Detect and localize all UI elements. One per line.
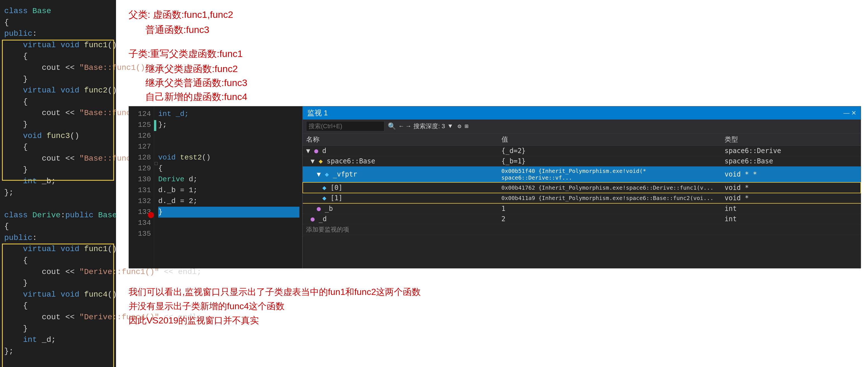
col-name: 名称	[303, 133, 498, 146]
col-type: 类型	[721, 133, 861, 146]
add-watch-row[interactable]: 添加要监视的项	[303, 224, 861, 235]
row-name: ◆ [0]	[303, 182, 498, 193]
table-row: ▼ ● d {_d=2} space6::Derive	[303, 146, 861, 156]
description-line3: 因此VS2019的监视窗口并不真实	[129, 313, 421, 328]
row-value: 0x00b411a9 {Inherit_Polymorphism.exe!spa…	[498, 193, 721, 204]
table-row: ▼ ◆ space6::Base {_b=1} space6::Base	[303, 156, 861, 166]
child-class-line2: 继承父类普通函数:func3	[129, 76, 330, 89]
editor-code-content: int _d; }; void test2() { Derive d; d._b…	[155, 106, 302, 268]
row-type: int	[721, 203, 861, 214]
col-value: 值	[498, 133, 721, 146]
annotations-panel: 父类: 虚函数:func1,func2 普通函数:func3 子类:重写父类虚函…	[129, 8, 330, 104]
row-name: ● _b	[303, 203, 498, 214]
row-name: ▼ ● d	[303, 146, 498, 156]
forward-icon[interactable]: →	[406, 123, 410, 130]
debug-title: 监视 1	[307, 108, 328, 118]
row-type: void *	[721, 193, 861, 204]
row-type: void * *	[721, 166, 861, 183]
row-value: 0x00b41762 {Inherit_Polymorphism.exe!spa…	[498, 182, 721, 193]
description-panel: 我们可以看出,监视窗口只显示出了子类虚表当中的fun1和func2这两个函数 并…	[129, 285, 421, 328]
row-name: ▼ ◆ _vfptr	[303, 166, 498, 183]
table-row: ◆ [0] 0x00b41762 {Inherit_Polymorphism.e…	[303, 182, 861, 193]
table-header: 名称 值 类型	[303, 133, 861, 146]
left-code-panel: class Base { public: virtual void func1(…	[0, 0, 116, 367]
row-type: void *	[721, 182, 861, 193]
row-value: 0x00b51f40 {Inherit_Polymorphism.exe!voi…	[498, 166, 721, 183]
settings-icon[interactable]: ⚙	[458, 123, 461, 130]
description-line2: 并没有显示出子类新增的func4这个函数	[129, 299, 421, 313]
debug-watch-table: 名称 值 类型 ▼ ● d {_d=2} space6::Derive	[303, 133, 861, 235]
row-name: ◆ [1]	[303, 193, 498, 204]
row-value: {_b=1}	[498, 156, 721, 166]
table-row: ▼ ◆ _vfptr 0x00b51f40 {Inherit_Polymorph…	[303, 166, 861, 183]
row-value: 2	[498, 214, 721, 224]
depth-dropdown[interactable]: ▼	[448, 123, 452, 130]
debug-watch-panel: 监视 1 — ✕ 🔍 ← → 搜索深度: 3 ▼ ⚙ ⊞ 名称 值 类型	[302, 106, 861, 268]
row-value: {_d=2}	[498, 146, 721, 156]
row-type: space6::Base	[721, 156, 861, 166]
table-row: ◆ [1] 0x00b411a9 {Inherit_Polymorphism.e…	[303, 193, 861, 204]
row-name: ▼ ◆ space6::Base	[303, 156, 498, 166]
grid-icon[interactable]: ⊞	[465, 123, 468, 130]
row-value: 1	[498, 203, 721, 214]
table-row: ● _b 1 int	[303, 203, 861, 214]
table-row: ● _d 2 int	[303, 214, 861, 224]
child-class-title: 子类:重写父类虚函数:func1	[129, 47, 330, 60]
row-name: ● _d	[303, 214, 498, 224]
line-numbers: 124 125 126 127 128 129 130 131 132 133 …	[129, 106, 154, 268]
debug-titlebar: 监视 1 — ✕	[303, 106, 861, 120]
child-class-line1: 继承父类虚函数:func2	[129, 63, 330, 75]
description-line1: 我们可以看出,监视窗口只显示出了子类虚表当中的fun1和func2这两个函数	[129, 285, 421, 299]
row-type: space6::Derive	[721, 146, 861, 156]
code-editor: 124 125 126 127 128 129 130 131 132 133 …	[129, 106, 302, 268]
search-icon: 🔍	[388, 122, 396, 130]
ide-panel: 124 125 126 127 128 129 130 131 132 133 …	[129, 106, 861, 268]
breakpoint	[148, 212, 154, 218]
child-class-line3: 自己新增的虚函数:func4	[129, 91, 330, 103]
parent-class-sub: 普通函数:func3	[129, 24, 330, 36]
add-watch-label[interactable]: 添加要监视的项	[303, 224, 861, 235]
row-type: int	[721, 214, 861, 224]
debug-search-input[interactable]	[306, 121, 384, 131]
depth-label: 搜索深度: 3	[413, 122, 445, 130]
back-icon[interactable]: ←	[400, 123, 403, 130]
debug-title-controls[interactable]: — ✕	[843, 109, 856, 117]
parent-class-title: 父类: 虚函数:func1,func2	[129, 8, 330, 21]
debug-toolbar: 🔍 ← → 搜索深度: 3 ▼ ⚙ ⊞	[303, 120, 861, 133]
